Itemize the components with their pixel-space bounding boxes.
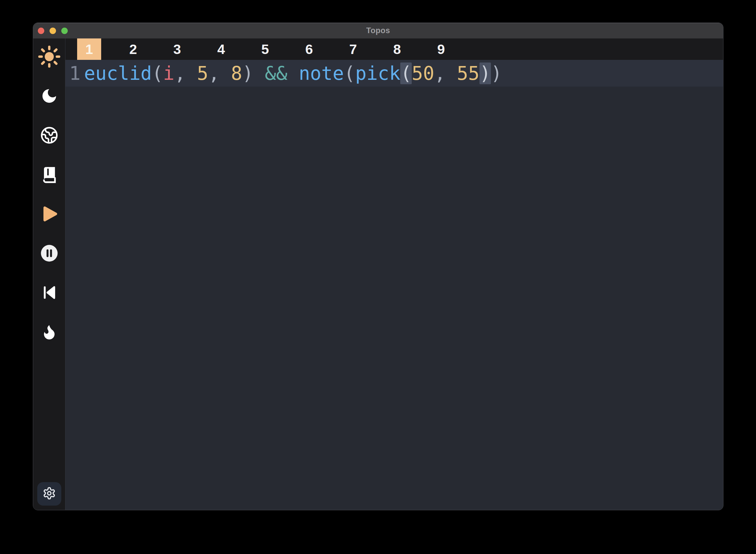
sun-icon (37, 44, 62, 69)
tab-3[interactable]: 3 (165, 39, 189, 60)
code-token: ) (491, 62, 502, 84)
code-token: ) (242, 62, 265, 84)
tab-1[interactable]: 1 (77, 39, 101, 60)
globe-icon (40, 126, 58, 144)
code-token: euclid (84, 62, 152, 84)
sun-icon-button[interactable] (36, 47, 62, 66)
titlebar[interactable]: Topos (33, 23, 723, 39)
code-token: ( (400, 62, 412, 84)
main-area: 123456789 1 euclid(i, 5, 8) && note(pick… (65, 39, 723, 510)
play-icon-button[interactable] (36, 205, 62, 223)
window-body: 123456789 1 euclid(i, 5, 8) && note(pick… (33, 39, 723, 510)
code-token: note (299, 62, 344, 84)
sidebar (33, 39, 65, 510)
line-number: 1 (69, 62, 81, 84)
tab-9[interactable]: 9 (429, 39, 453, 60)
code-editor[interactable]: 1 euclid(i, 5, 8) && note(pick(50, 55)) (65, 60, 723, 510)
moon-icon-button[interactable] (36, 87, 62, 105)
code-token: i (163, 62, 175, 84)
code-token: && (265, 62, 288, 84)
play-icon (39, 204, 59, 224)
code-token: ( (344, 62, 356, 84)
tab-8[interactable]: 8 (385, 39, 409, 60)
code-token (288, 62, 299, 84)
pause-icon (40, 244, 58, 262)
code-token: , (175, 62, 197, 84)
pause-icon-button[interactable] (36, 244, 62, 263)
code-token: 8 (231, 62, 242, 84)
skip-back-icon (41, 284, 58, 301)
desktop: Topos 123456789 1 euclid(i, 5, 8) && not… (0, 0, 756, 554)
globe-icon-button[interactable] (36, 126, 62, 145)
code-token: 50 (412, 62, 434, 84)
code-token: ( (152, 62, 163, 84)
tab-6[interactable]: 6 (297, 39, 321, 60)
flame-icon (40, 323, 58, 341)
moon-icon (40, 87, 58, 105)
code-token: , (434, 62, 457, 84)
topos-window: Topos 123456789 1 euclid(i, 5, 8) && not… (33, 23, 723, 510)
settings-button[interactable] (37, 482, 61, 506)
code-token: , (208, 62, 231, 84)
tab-7[interactable]: 7 (341, 39, 365, 60)
code-line-content: euclid(i, 5, 8) && note(pick(50, 55)) (84, 62, 502, 84)
code-token: 55 (457, 62, 480, 84)
book-icon (40, 166, 58, 184)
skip-back-icon-button[interactable] (36, 283, 62, 302)
code-token: ) (480, 62, 491, 84)
tab-bar: 123456789 (65, 39, 723, 60)
gear-icon (43, 487, 56, 501)
book-icon-button[interactable] (36, 165, 62, 184)
tab-2[interactable]: 2 (121, 39, 145, 60)
tab-4[interactable]: 4 (209, 39, 233, 60)
window-title: Topos (33, 26, 723, 35)
flame-icon-button[interactable] (36, 323, 62, 341)
tab-5[interactable]: 5 (253, 39, 277, 60)
code-token: pick (355, 62, 400, 84)
active-code-line[interactable]: 1 euclid(i, 5, 8) && note(pick(50, 55)) (65, 60, 723, 87)
code-token: 5 (197, 62, 208, 84)
